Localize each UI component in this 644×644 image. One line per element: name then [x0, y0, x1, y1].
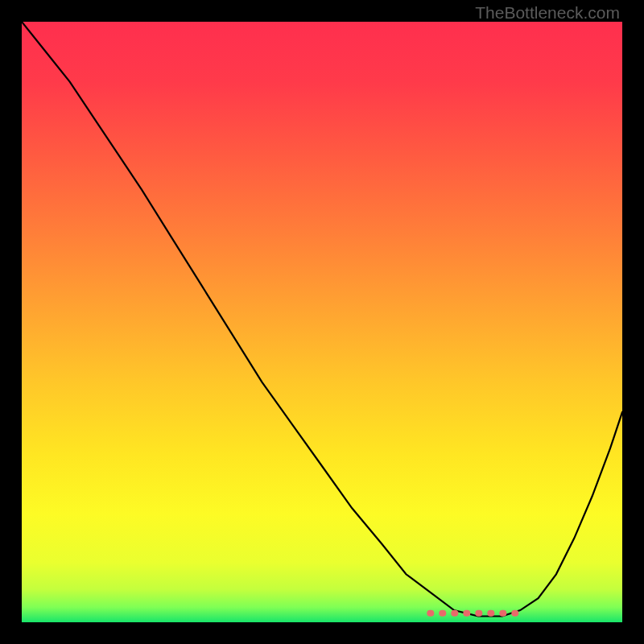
svg-rect-0	[22, 22, 622, 622]
gradient-background	[22, 22, 622, 622]
watermark-text: TheBottleneck.com	[475, 3, 620, 23]
plot-area	[22, 22, 622, 622]
chart-container: TheBottleneck.com	[0, 0, 644, 644]
